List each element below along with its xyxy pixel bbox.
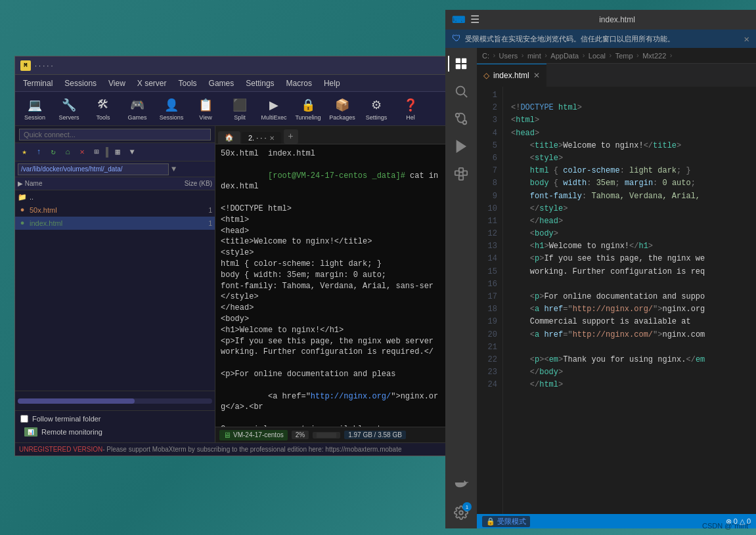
sidebar-up-btn[interactable]: ↑ xyxy=(32,146,45,159)
activity-extensions[interactable] xyxy=(448,161,474,187)
toolbar-games[interactable]: 🎮 Games xyxy=(122,94,153,124)
file-item-index[interactable]: ● index.html 1 xyxy=(15,217,215,230)
svg-point-13 xyxy=(459,511,463,515)
menu-terminal[interactable]: Terminal xyxy=(18,77,58,89)
activity-settings[interactable]: 1 xyxy=(448,500,474,526)
view-icon: 📋 xyxy=(198,97,213,113)
sidebar-refresh-btn[interactable]: ↻ xyxy=(47,146,60,159)
file-item-50x[interactable]: ● 50x.html 1 xyxy=(15,203,215,217)
monitor-icon: 📊 xyxy=(24,427,37,437)
toolbar-tunneling[interactable]: 🔒 Tunneling xyxy=(292,94,324,124)
menu-help[interactable]: Help xyxy=(319,77,345,89)
file-size-index: 1 xyxy=(192,220,212,227)
folder-up-icon: 📁 xyxy=(18,192,27,202)
status-vm-icon: 🖥 xyxy=(223,431,231,440)
sidebar-home-btn[interactable]: ⌂ xyxy=(61,146,74,159)
toolbar-servers[interactable]: 🔧 Servers xyxy=(53,94,85,124)
tab-home-icon: 🏠 xyxy=(225,133,234,142)
security-banner-text: 受限模式旨在实现安全地浏览代码。信任此窗口以启用所有功能。 xyxy=(465,34,740,44)
line-numbers: 12345 678910 1112131415 1617181920 21222… xyxy=(477,87,503,514)
sidebar-star-btn[interactable]: ★ xyxy=(18,146,31,159)
sidebar-view-btn[interactable]: ▦ xyxy=(111,146,124,159)
moba-toolbar: 💻 Session 🔧 Servers 🛠 Tools 🎮 Games 👤 Se… xyxy=(15,92,447,126)
term-line-6: <title>Welcome to nginx!</title> xyxy=(221,236,442,247)
status-memory: 1.97 GB / 3.58 GB xyxy=(344,431,406,439)
breadcrumb-users: Users xyxy=(499,52,518,60)
servers-icon: 🔧 xyxy=(61,97,77,113)
status-activity xyxy=(313,432,340,439)
menu-view[interactable]: View xyxy=(103,77,131,89)
path-input[interactable] xyxy=(18,163,169,175)
breadcrumb-local: Local xyxy=(589,52,606,60)
status-hostname: 🖥 VM-24-17-centos xyxy=(219,430,288,440)
statusbar-unregistered: UNREGISTERED VERSION xyxy=(19,446,102,453)
activity-search[interactable] xyxy=(448,78,474,104)
svg-point-7 xyxy=(463,121,467,125)
follow-terminal-checkbox[interactable] xyxy=(20,415,28,423)
sidebar-toolbar: ★ ↑ ↻ ⌂ ✕ ⊞ ▦ ▼ xyxy=(15,143,215,161)
vscode-security-banner: 🛡 受限模式旨在实现安全地浏览代码。信任此窗口以启用所有功能。 ✕ xyxy=(445,30,756,48)
activity-scm[interactable] xyxy=(448,106,474,132)
html-file-icon-50x: ● xyxy=(18,205,27,215)
remote-monitoring-btn[interactable]: 📊 Remote monitoring xyxy=(20,425,210,439)
editor-tab-index[interactable]: ◇ index.html ✕ xyxy=(477,64,546,87)
breadcrumb-c: C: xyxy=(482,52,489,60)
menu-macros[interactable]: Macros xyxy=(281,77,317,89)
menu-settings[interactable]: Settings xyxy=(240,77,279,89)
toolbar-packages[interactable]: 📦 Packages xyxy=(326,94,358,124)
vscode-activitybar: 1 xyxy=(445,48,477,528)
vscode-status-left: 🔒 受限模式 xyxy=(482,516,530,527)
toolbar-settings[interactable]: ⚙ Settings xyxy=(361,94,392,124)
vscode-title-text: index.html xyxy=(485,15,749,24)
toolbar-tools[interactable]: 🛠 Tools xyxy=(87,94,119,124)
sidebar-scrollbar-thumb[interactable] xyxy=(18,398,135,404)
code-content[interactable]: <!DOCTYPE html> <html> <head> <title>Wel… xyxy=(503,87,756,514)
sidebar-scrollbar[interactable] xyxy=(18,398,212,404)
menu-xserver[interactable]: X server xyxy=(132,77,172,89)
svg-point-6 xyxy=(456,114,460,118)
status-memory-text: 1.97 GB / 3.58 GB xyxy=(348,431,402,439)
split-icon: ⬛ xyxy=(232,97,248,113)
security-close-icon[interactable]: ✕ xyxy=(744,33,749,45)
vscode-logo-icon: ⌨ xyxy=(452,14,465,25)
menu-games[interactable]: Games xyxy=(204,77,240,89)
tools-icon: 🛠 xyxy=(95,97,111,113)
toolbar-session[interactable]: 💻 Session xyxy=(19,94,51,124)
packages-icon: 📦 xyxy=(334,97,350,113)
moba-title-icon: M xyxy=(20,60,31,71)
tab-session[interactable]: 2. · · · ✕ xyxy=(242,132,281,144)
svg-marker-8 xyxy=(457,141,466,152)
tab-close-btn[interactable]: ✕ xyxy=(269,135,275,142)
moba-title-text: · · · · · xyxy=(35,62,53,70)
toolbar-sessions[interactable]: 👤 Sessions xyxy=(156,94,187,124)
quick-connect-input[interactable] xyxy=(19,129,211,140)
term-line-8: html { color-scheme: light dark; } xyxy=(221,259,442,270)
restricted-mode-badge[interactable]: 🔒 受限模式 xyxy=(482,516,530,527)
path-dropdown[interactable]: ▼ xyxy=(171,165,176,174)
sidebar-filter-btn[interactable]: ▼ xyxy=(125,146,139,159)
menu-tools[interactable]: Tools xyxy=(173,77,202,89)
breadcrumb-mxt: Mxt222 xyxy=(642,52,666,60)
html-file-tab-icon: ◇ xyxy=(483,71,489,80)
toolbar-split[interactable]: ⬛ Split xyxy=(224,94,256,124)
activity-run[interactable] xyxy=(448,133,474,160)
term-line-7: <style> xyxy=(221,247,442,259)
menu-sessions[interactable]: Sessions xyxy=(59,77,102,89)
file-name-50x: 50x.html xyxy=(30,206,192,214)
follow-terminal-label: Follow terminal folder xyxy=(32,415,101,423)
toolbar-view[interactable]: 📋 View xyxy=(190,94,221,124)
session-icon: 💻 xyxy=(27,97,43,113)
toolbar-help[interactable]: ❓ Hel xyxy=(395,94,426,124)
sidebar-grid-btn[interactable]: ⊞ xyxy=(90,146,103,159)
vscode-titlebar: ⌨ ☰ index.html xyxy=(445,10,756,30)
tab-home[interactable]: 🏠 xyxy=(218,131,240,144)
vscode-menu-icon[interactable]: ☰ xyxy=(470,13,479,26)
activity-docker[interactable] xyxy=(448,469,474,496)
tab-add-btn[interactable]: + xyxy=(284,129,298,144)
editor-tab-close[interactable]: ✕ xyxy=(533,71,540,80)
sidebar-close-btn[interactable]: ✕ xyxy=(76,146,89,159)
activity-explorer[interactable] xyxy=(448,51,474,77)
file-item-parent[interactable]: 📁 .. xyxy=(15,190,215,203)
toolbar-multiexec[interactable]: ▶ MultiExec xyxy=(258,94,290,124)
svg-rect-0 xyxy=(456,58,460,63)
